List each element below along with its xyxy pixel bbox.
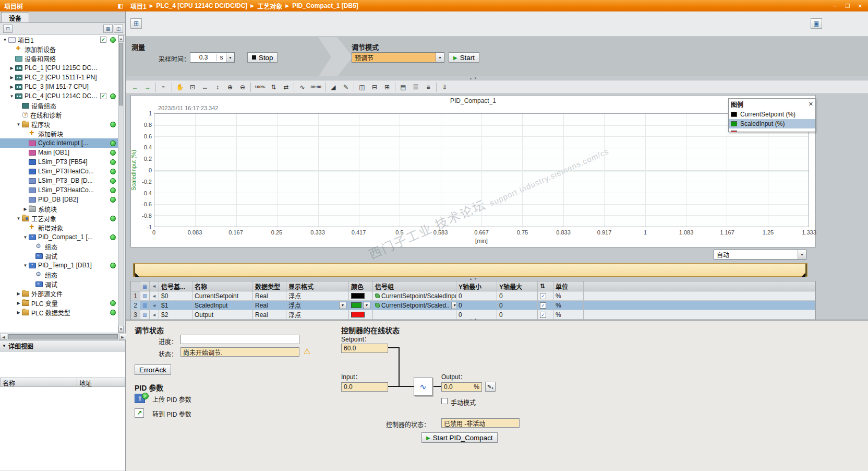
scroll-right-icon[interactable]: ▶ xyxy=(119,334,126,340)
legend-item[interactable]: CurrentSetpoint (%) xyxy=(729,110,815,119)
breadcrumb-item[interactable]: 项目1 xyxy=(130,2,147,10)
zoom-horizontal-icon[interactable]: ↔ xyxy=(199,81,211,93)
header-num[interactable] xyxy=(131,281,140,291)
range-left-grip-icon[interactable]: ◣ xyxy=(135,272,139,277)
collapse-sidebar-icon[interactable]: ◧ xyxy=(118,3,123,9)
tab-devices[interactable]: 设备 xyxy=(1,12,29,22)
breadcrumb-item[interactable]: PID_Compact_1 [DB5] xyxy=(292,2,358,9)
zoom-out-icon[interactable]: ⊖ xyxy=(237,81,248,93)
modify-output-button[interactable]: ✎₁ xyxy=(485,382,496,392)
y-auto-checkbox[interactable]: ✓ xyxy=(540,293,546,299)
tree-item-16[interactable]: LSim_PT3HeatCo... xyxy=(0,185,119,195)
chevron-down-icon[interactable]: ▼ xyxy=(339,302,346,309)
scrollbar-thumb[interactable] xyxy=(8,334,118,339)
time-measurement-icon[interactable]: 00:00 xyxy=(309,81,322,93)
tree-item-22[interactable]: 组态 xyxy=(0,242,119,251)
tree-item-17[interactable]: PID_DB [DB2] xyxy=(0,195,119,204)
tree-item-10[interactable]: 添加新块 xyxy=(0,129,119,138)
legend-item[interactable] xyxy=(729,128,815,132)
tree-item-11[interactable]: Cyclic interrupt [... xyxy=(0,138,119,148)
header-icon2[interactable]: ◄ xyxy=(150,281,159,291)
monitor-signal-icon[interactable]: ◄ xyxy=(152,303,156,308)
tree-item-7[interactable]: 设备组态 xyxy=(0,101,119,110)
range-right-handle[interactable] xyxy=(805,264,807,276)
minimize-button[interactable]: ─ xyxy=(829,2,841,10)
header-auto[interactable]: ⇅ xyxy=(538,281,553,291)
breadcrumb-item[interactable]: PLC_4 [CPU 1214C DC/DC/DC] xyxy=(156,2,248,9)
tree-expand-icon[interactable]: ▶ xyxy=(9,75,15,80)
measure-cursor-icon[interactable]: ≈ xyxy=(158,81,170,93)
edit-icon[interactable]: ✎ xyxy=(340,81,352,93)
maximize-button[interactable]: ❐ xyxy=(842,2,853,10)
signal-color-swatch[interactable] xyxy=(351,302,361,308)
header-color[interactable]: 颜色 xyxy=(349,281,373,291)
y-auto-checkbox[interactable]: ✓ xyxy=(540,302,546,309)
close-icon[interactable]: ✕ xyxy=(809,101,813,108)
tree-item-21[interactable]: ▼PID_Compact_1 [... xyxy=(0,232,119,242)
fit-vertical-icon[interactable]: ⇅ xyxy=(268,81,279,93)
header-name[interactable]: 名称 xyxy=(192,281,253,291)
tree-item-14[interactable]: LSim_PT3HeatCo... xyxy=(0,167,119,176)
tree-item-0[interactable]: ▼项目1✔ xyxy=(0,35,119,44)
zoom-selection-icon[interactable]: ⊡ xyxy=(187,81,198,93)
header-type[interactable]: 数据类型 xyxy=(253,281,286,291)
tree-item-12[interactable]: Main [OB1] xyxy=(0,148,119,157)
detail-column-address[interactable]: 地址 xyxy=(77,378,125,387)
tree-item-23[interactable]: 调试 xyxy=(0,251,119,261)
header-ymin[interactable]: Y轴最小 xyxy=(456,281,497,291)
tree-item-5[interactable]: ▶PLC_3 [IM 151-7 CPU] xyxy=(0,82,119,91)
upload-pid-params-label[interactable]: 上传 PID 参数 xyxy=(152,395,191,404)
tree-collapse-icon[interactable]: ▼ xyxy=(9,94,15,99)
tree-collapse-icon[interactable]: ▼ xyxy=(22,235,28,240)
tree-item-27[interactable]: ▶外部源文件 xyxy=(0,289,119,298)
legend-item[interactable]: ScaledInput (%) xyxy=(729,119,815,128)
tree-item-9[interactable]: ▼程序块 xyxy=(0,120,119,129)
table-row[interactable]: 1▥◄$0CurrentSetpointReal浮点CurrentSetpoin… xyxy=(131,291,815,301)
tree-expand-icon[interactable]: ▶ xyxy=(9,66,15,70)
align-right-icon[interactable]: ≡ xyxy=(423,81,434,93)
tree-vertical-scrollbar[interactable]: ▲ ▼ xyxy=(118,35,124,333)
tree-item-3[interactable]: ▶PLC_1 [CPU 1215C DC/... xyxy=(0,63,119,73)
tree-item-28[interactable]: ▶PLC 变量 xyxy=(0,298,119,308)
tree-item-29[interactable]: ▶PLC 数据类型 xyxy=(0,308,119,317)
header-icon1[interactable]: ▦ xyxy=(140,281,150,291)
trace-signal-icon[interactable]: ▥ xyxy=(142,293,147,299)
next-view-icon[interactable]: → xyxy=(142,81,153,93)
plot-area[interactable]: 西门子工业 技术论坛 support.industry.siemens.com/… xyxy=(154,113,809,227)
header-group[interactable]: 信号组 xyxy=(373,281,456,291)
header-format[interactable]: 显示格式 xyxy=(286,281,349,291)
tree-item-19[interactable]: ▼工艺对象 xyxy=(0,214,119,223)
tree-item-2[interactable]: 设备和网络 xyxy=(0,54,119,63)
header-ymax[interactable]: Y轴最大 xyxy=(497,281,538,291)
table-zoom-icon[interactable]: ⊞ xyxy=(381,81,393,93)
close-button[interactable]: ✕ xyxy=(854,2,866,10)
y-auto-checkbox[interactable]: ✓ xyxy=(540,312,546,318)
trace-signal-icon[interactable]: ▥ xyxy=(142,312,147,317)
overview-range-bar[interactable]: ◣ ◢ xyxy=(133,263,807,277)
signal-color-swatch[interactable] xyxy=(351,312,365,317)
stop-button[interactable]: Stop xyxy=(247,52,278,63)
align-left-icon[interactable]: ☰ xyxy=(410,81,421,93)
header-base[interactable]: 信号基... xyxy=(159,281,192,291)
tree-item-26[interactable]: 调试 xyxy=(0,279,119,289)
trend-icon[interactable]: ◢ xyxy=(328,81,339,93)
tree-item-8[interactable]: 在线和诊断 xyxy=(0,110,119,120)
tree-item-15[interactable]: LSim_PT3_DB [D... xyxy=(0,176,119,185)
detail-view-header[interactable]: ▼ 详细视图 xyxy=(0,340,125,351)
chevron-down-icon[interactable]: ▼ xyxy=(798,250,806,259)
tree-collapse-icon[interactable]: ▼ xyxy=(16,216,21,221)
tree-horizontal-scrollbar[interactable]: ◀ ▶ xyxy=(0,333,126,340)
export-icon[interactable]: ⇓ xyxy=(439,81,450,93)
zoom-vertical-icon[interactable]: ↕ xyxy=(212,81,223,93)
monitor-signal-icon[interactable]: ◄ xyxy=(152,312,156,317)
display-mode-select[interactable]: 自动 ▼ xyxy=(714,250,806,260)
input-field[interactable]: 0.0 xyxy=(341,382,388,392)
tree-item-4[interactable]: ▶PLC_2 [CPU 1511T-1 PN] xyxy=(0,73,119,82)
tree-collapse-icon[interactable]: ▼ xyxy=(2,38,8,42)
tree-expand-icon[interactable]: ▶ xyxy=(16,301,21,305)
device-view-icon[interactable]: ⊟ xyxy=(3,25,13,33)
detail-column-name[interactable]: 名称 xyxy=(0,378,77,387)
range-right-grip-icon[interactable]: ◢ xyxy=(801,272,805,277)
scrollbar-thumb[interactable] xyxy=(119,43,123,105)
overview-icon[interactable]: ◫ xyxy=(114,25,123,33)
